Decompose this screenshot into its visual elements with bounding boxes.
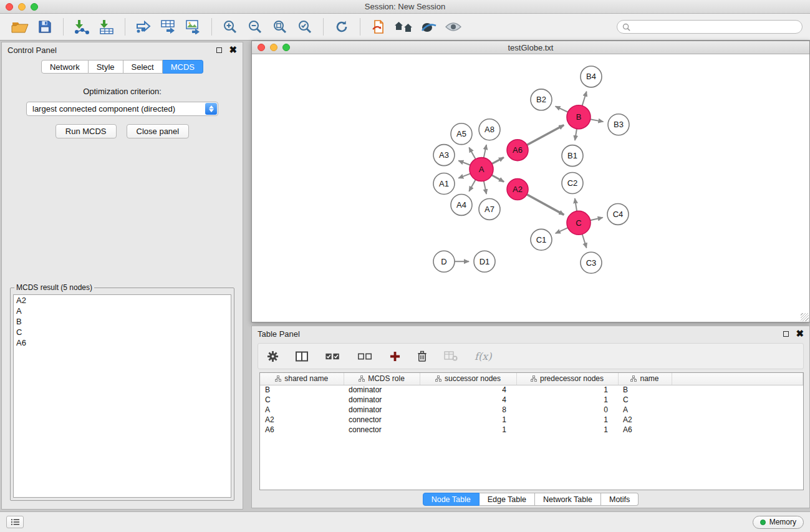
node-A3[interactable]: A3 — [433, 145, 455, 166]
node-A[interactable]: A — [470, 158, 493, 181]
tab-network[interactable]: Network — [41, 60, 89, 74]
edge-A-A3[interactable] — [458, 161, 470, 165]
close-window-button[interactable] — [6, 3, 13, 11]
mcds-result-item[interactable]: A2 — [14, 295, 231, 306]
mcds-result-item[interactable]: A — [14, 306, 231, 316]
open-file-button[interactable] — [366, 16, 391, 38]
edge-A-A8[interactable] — [484, 145, 486, 158]
select-all-button[interactable] — [325, 352, 340, 360]
optimization-criterion-dropdown[interactable]: largest connected component (directed) — [26, 102, 218, 116]
table-row[interactable]: A2connector11A2 — [260, 415, 803, 425]
float-panel-icon[interactable] — [216, 47, 222, 53]
zoom-fit-button[interactable] — [268, 16, 292, 38]
export-image-button[interactable] — [181, 16, 206, 38]
zoom-window-button[interactable] — [31, 3, 38, 11]
column-header-successor-nodes[interactable]: successor nodes — [420, 373, 516, 385]
annotation-button[interactable] — [416, 16, 441, 38]
run-mcds-button[interactable]: Run MCDS — [55, 124, 117, 138]
table-settings-button[interactable] — [267, 351, 279, 362]
edge-C-C3[interactable] — [582, 234, 587, 248]
deselect-all-button[interactable] — [357, 352, 373, 360]
network-minimize-button[interactable] — [270, 44, 277, 51]
edge-C-C2[interactable] — [575, 198, 577, 211]
apply-layout-button[interactable] — [329, 16, 354, 38]
window-resize-grip[interactable] — [801, 313, 809, 321]
float-table-panel-icon[interactable] — [783, 331, 789, 337]
column-header-mcds-role[interactable]: MCDS role — [344, 373, 420, 385]
close-table-panel-icon[interactable]: ✖ — [796, 330, 804, 337]
tab-network-table[interactable]: Network Table — [535, 493, 601, 506]
search-input[interactable] — [634, 22, 797, 31]
delete-table-button[interactable] — [444, 351, 458, 361]
node-D1[interactable]: D1 — [474, 251, 495, 272]
edge-A-A5[interactable] — [469, 147, 475, 159]
edge-C-C4[interactable] — [591, 218, 603, 220]
close-panel-button[interactable]: Close panel — [127, 124, 190, 138]
global-search-field[interactable] — [617, 20, 803, 34]
edge-A-A7[interactable] — [484, 181, 486, 194]
mcds-result-item[interactable]: B — [14, 316, 231, 327]
table-row[interactable]: A6connector11A6 — [260, 425, 803, 435]
column-header-predecessor-nodes[interactable]: predecessor nodes — [516, 373, 618, 385]
show-columns-button[interactable] — [296, 351, 308, 362]
tab-motifs[interactable]: Motifs — [601, 493, 639, 506]
add-column-button[interactable] — [390, 351, 400, 362]
tab-edge-table[interactable]: Edge Table — [480, 493, 535, 506]
edge-A-A6[interactable] — [492, 157, 504, 163]
node-B1[interactable]: B1 — [562, 145, 583, 167]
edge-B-B3[interactable] — [591, 119, 604, 122]
export-network-button[interactable] — [131, 16, 156, 38]
show-hide-button[interactable] — [441, 16, 466, 38]
node-A2[interactable]: A2 — [507, 179, 528, 200]
table-row[interactable]: Cdominator41C — [260, 395, 803, 405]
zoom-in-button[interactable] — [218, 16, 243, 38]
import-network-button[interactable] — [69, 16, 94, 38]
node-B2[interactable]: B2 — [531, 89, 552, 110]
node-B[interactable]: B — [567, 105, 591, 129]
edge-A-A4[interactable] — [469, 180, 475, 191]
memory-button[interactable]: Memory — [753, 516, 804, 529]
mcds-result-item[interactable]: C — [14, 327, 231, 337]
close-panel-icon[interactable]: ✖ — [229, 46, 237, 54]
tab-mcds[interactable]: MCDS — [163, 60, 203, 74]
node-A6[interactable]: A6 — [507, 140, 528, 161]
tab-node-table[interactable]: Node Table — [423, 493, 480, 506]
column-header-shared-name[interactable]: shared name — [260, 373, 344, 385]
node-D[interactable]: D — [433, 251, 455, 272]
node-B4[interactable]: B4 — [581, 66, 602, 87]
network-zoom-button[interactable] — [282, 44, 290, 51]
edge-A-A1[interactable] — [458, 173, 470, 178]
tab-select[interactable]: Select — [123, 60, 163, 74]
edge-C-C1[interactable] — [556, 228, 568, 233]
network-canvas[interactable]: B4B2BB3A8A5A6A3B1AA1C2A2A4A7C4CC1C3DD1 — [252, 55, 809, 322]
zoom-out-button[interactable] — [243, 16, 268, 38]
node-C1[interactable]: C1 — [531, 229, 552, 250]
node-A4[interactable]: A4 — [451, 194, 472, 215]
open-session-button[interactable] — [7, 16, 32, 38]
task-history-button[interactable] — [6, 516, 24, 528]
table-row[interactable]: Bdominator41B — [260, 385, 803, 395]
export-table-button[interactable] — [156, 16, 181, 38]
network-close-button[interactable] — [258, 44, 265, 51]
edge-B-B1[interactable] — [575, 128, 577, 140]
edge-A6-B[interactable] — [527, 125, 564, 145]
zoom-selected-button[interactable] — [292, 16, 317, 38]
node-A5[interactable]: A5 — [451, 123, 472, 145]
node-C3[interactable]: C3 — [581, 252, 602, 273]
edge-A2-C[interactable] — [527, 195, 564, 215]
node-A7[interactable]: A7 — [479, 198, 500, 220]
mcds-result-list[interactable]: A2ABCA6 — [13, 294, 231, 498]
node-A1[interactable]: A1 — [433, 173, 455, 195]
table-row[interactable]: Adominator80A — [260, 405, 803, 415]
node-B3[interactable]: B3 — [608, 114, 629, 135]
node-C[interactable]: C — [567, 211, 591, 235]
edge-B-B2[interactable] — [556, 106, 568, 112]
save-session-button[interactable] — [32, 16, 57, 38]
tab-style[interactable]: Style — [89, 60, 123, 74]
import-table-button[interactable] — [94, 16, 119, 38]
edge-B-B4[interactable] — [582, 92, 587, 106]
home-views-button[interactable] — [391, 16, 416, 38]
mcds-result-item[interactable]: A6 — [14, 337, 231, 348]
column-header-name[interactable]: name — [618, 373, 672, 385]
node-A8[interactable]: A8 — [479, 119, 500, 140]
